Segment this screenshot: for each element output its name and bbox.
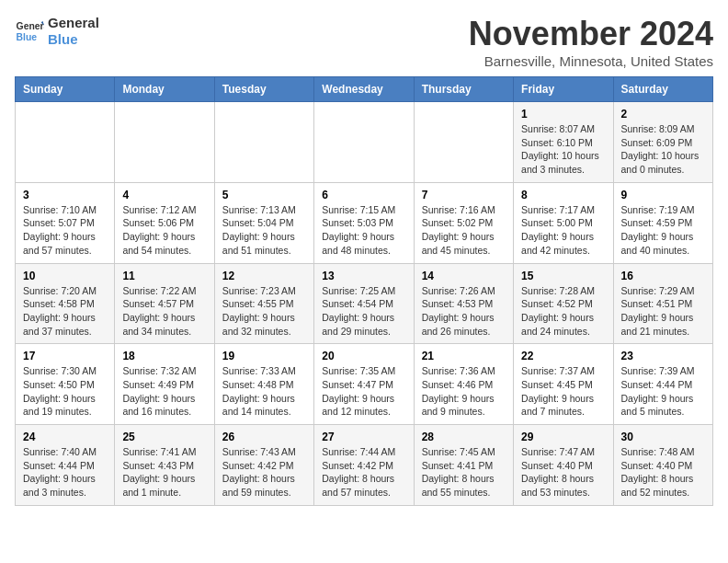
- calendar-cell: [314, 102, 414, 183]
- calendar-week-row: 3Sunrise: 7:10 AMSunset: 5:07 PMDaylight…: [16, 182, 713, 263]
- calendar-cell: 1Sunrise: 8:07 AMSunset: 6:10 PMDaylight…: [514, 102, 613, 183]
- calendar-cell: 23Sunrise: 7:39 AMSunset: 4:44 PMDayligh…: [613, 344, 712, 425]
- calendar-cell: [115, 102, 214, 183]
- day-number: 23: [621, 350, 705, 362]
- day-info: Sunrise: 7:26 AMSunset: 4:53 PMDaylight:…: [422, 284, 506, 339]
- calendar-cell: 5Sunrise: 7:13 AMSunset: 5:04 PMDaylight…: [214, 182, 313, 263]
- day-info: Sunrise: 7:15 AMSunset: 5:03 PMDaylight:…: [322, 203, 405, 258]
- calendar-cell: [214, 102, 313, 183]
- day-info: Sunrise: 8:09 AMSunset: 6:09 PMDaylight:…: [621, 122, 705, 177]
- day-info: Sunrise: 7:45 AMSunset: 4:41 PMDaylight:…: [422, 445, 506, 500]
- calendar-week-row: 10Sunrise: 7:20 AMSunset: 4:58 PMDayligh…: [16, 263, 713, 344]
- day-info: Sunrise: 7:25 AMSunset: 4:54 PMDaylight:…: [322, 284, 405, 339]
- day-number: 13: [322, 270, 405, 282]
- calendar-cell: 13Sunrise: 7:25 AMSunset: 4:54 PMDayligh…: [314, 263, 414, 344]
- day-number: 19: [222, 350, 306, 362]
- calendar-cell: 10Sunrise: 7:20 AMSunset: 4:58 PMDayligh…: [16, 263, 115, 344]
- day-number: 21: [422, 350, 506, 362]
- day-number: 10: [23, 270, 107, 282]
- logo-icon: General Blue: [15, 17, 44, 46]
- day-number: 1: [521, 108, 605, 121]
- calendar-cell: 16Sunrise: 7:29 AMSunset: 4:51 PMDayligh…: [613, 263, 712, 344]
- day-number: 25: [122, 431, 206, 443]
- weekday-header: Friday: [514, 77, 613, 102]
- calendar-cell: 28Sunrise: 7:45 AMSunset: 4:41 PMDayligh…: [414, 425, 513, 506]
- day-info: Sunrise: 7:48 AMSunset: 4:40 PMDaylight:…: [621, 445, 705, 500]
- day-info: Sunrise: 7:28 AMSunset: 4:52 PMDaylight:…: [521, 284, 605, 339]
- day-info: Sunrise: 7:41 AMSunset: 4:43 PMDaylight:…: [122, 445, 206, 500]
- page-header: General Blue General Blue November 2024 …: [15, 15, 713, 69]
- day-info: Sunrise: 7:19 AMSunset: 4:59 PMDaylight:…: [621, 203, 705, 258]
- logo: General Blue General Blue: [15, 15, 99, 48]
- day-number: 4: [122, 189, 206, 201]
- calendar-cell: 24Sunrise: 7:40 AMSunset: 4:44 PMDayligh…: [16, 425, 115, 506]
- day-number: 26: [222, 431, 306, 443]
- calendar-cell: 25Sunrise: 7:41 AMSunset: 4:43 PMDayligh…: [115, 425, 214, 506]
- calendar-cell: [16, 102, 115, 183]
- page-title: November 2024: [469, 15, 713, 53]
- day-number: 16: [621, 270, 705, 282]
- logo-text: General Blue: [48, 15, 99, 48]
- day-number: 20: [322, 350, 405, 362]
- calendar-cell: 27Sunrise: 7:44 AMSunset: 4:42 PMDayligh…: [314, 425, 414, 506]
- calendar-cell: 8Sunrise: 7:17 AMSunset: 5:00 PMDaylight…: [514, 182, 613, 263]
- day-info: Sunrise: 7:39 AMSunset: 4:44 PMDaylight:…: [621, 364, 705, 419]
- calendar-cell: 26Sunrise: 7:43 AMSunset: 4:42 PMDayligh…: [214, 425, 313, 506]
- calendar-cell: 18Sunrise: 7:32 AMSunset: 4:49 PMDayligh…: [115, 344, 214, 425]
- title-block: November 2024 Barnesville, Minnesota, Un…: [469, 15, 713, 69]
- weekday-header: Monday: [115, 77, 214, 102]
- day-info: Sunrise: 7:47 AMSunset: 4:40 PMDaylight:…: [521, 445, 605, 500]
- weekday-header: Thursday: [414, 77, 513, 102]
- weekday-header: Wednesday: [314, 77, 414, 102]
- day-info: Sunrise: 7:20 AMSunset: 4:58 PMDaylight:…: [23, 284, 107, 339]
- day-number: 18: [122, 350, 206, 362]
- day-info: Sunrise: 7:32 AMSunset: 4:49 PMDaylight:…: [122, 364, 206, 419]
- day-info: Sunrise: 7:35 AMSunset: 4:47 PMDaylight:…: [322, 364, 405, 419]
- calendar-cell: 3Sunrise: 7:10 AMSunset: 5:07 PMDaylight…: [16, 182, 115, 263]
- calendar-cell: [414, 102, 513, 183]
- calendar-cell: 6Sunrise: 7:15 AMSunset: 5:03 PMDaylight…: [314, 182, 414, 263]
- calendar-week-row: 17Sunrise: 7:30 AMSunset: 4:50 PMDayligh…: [16, 344, 713, 425]
- calendar-cell: 21Sunrise: 7:36 AMSunset: 4:46 PMDayligh…: [414, 344, 513, 425]
- day-number: 27: [322, 431, 405, 443]
- calendar-week-row: 1Sunrise: 8:07 AMSunset: 6:10 PMDaylight…: [16, 102, 713, 183]
- day-info: Sunrise: 7:16 AMSunset: 5:02 PMDaylight:…: [422, 203, 506, 258]
- day-number: 9: [621, 189, 705, 201]
- page-subtitle: Barnesville, Minnesota, United States: [469, 53, 713, 69]
- day-number: 14: [422, 270, 506, 282]
- weekday-header: Saturday: [613, 77, 712, 102]
- day-info: Sunrise: 7:36 AMSunset: 4:46 PMDaylight:…: [422, 364, 506, 419]
- day-number: 6: [322, 189, 405, 201]
- calendar-cell: 2Sunrise: 8:09 AMSunset: 6:09 PMDaylight…: [613, 102, 712, 183]
- day-info: Sunrise: 7:22 AMSunset: 4:57 PMDaylight:…: [122, 284, 206, 339]
- day-info: Sunrise: 7:17 AMSunset: 5:00 PMDaylight:…: [521, 203, 605, 258]
- weekday-header: Tuesday: [214, 77, 313, 102]
- calendar-cell: 22Sunrise: 7:37 AMSunset: 4:45 PMDayligh…: [514, 344, 613, 425]
- day-number: 24: [23, 431, 107, 443]
- day-number: 3: [23, 189, 107, 201]
- calendar-cell: 9Sunrise: 7:19 AMSunset: 4:59 PMDaylight…: [613, 182, 712, 263]
- calendar-cell: 29Sunrise: 7:47 AMSunset: 4:40 PMDayligh…: [514, 425, 613, 506]
- day-number: 2: [621, 108, 705, 121]
- calendar-week-row: 24Sunrise: 7:40 AMSunset: 4:44 PMDayligh…: [16, 425, 713, 506]
- calendar-cell: 15Sunrise: 7:28 AMSunset: 4:52 PMDayligh…: [514, 263, 613, 344]
- day-info: Sunrise: 7:43 AMSunset: 4:42 PMDaylight:…: [222, 445, 306, 500]
- day-info: Sunrise: 7:13 AMSunset: 5:04 PMDaylight:…: [222, 203, 306, 258]
- day-number: 5: [222, 189, 306, 201]
- day-info: Sunrise: 7:23 AMSunset: 4:55 PMDaylight:…: [222, 284, 306, 339]
- day-number: 8: [521, 189, 605, 201]
- calendar-cell: 14Sunrise: 7:26 AMSunset: 4:53 PMDayligh…: [414, 263, 513, 344]
- calendar-cell: 19Sunrise: 7:33 AMSunset: 4:48 PMDayligh…: [214, 344, 313, 425]
- day-number: 22: [521, 350, 605, 362]
- calendar-cell: 7Sunrise: 7:16 AMSunset: 5:02 PMDaylight…: [414, 182, 513, 263]
- calendar-cell: 4Sunrise: 7:12 AMSunset: 5:06 PMDaylight…: [115, 182, 214, 263]
- calendar-cell: 11Sunrise: 7:22 AMSunset: 4:57 PMDayligh…: [115, 263, 214, 344]
- day-number: 12: [222, 270, 306, 282]
- svg-text:Blue: Blue: [17, 32, 38, 42]
- day-info: Sunrise: 8:07 AMSunset: 6:10 PMDaylight:…: [521, 122, 605, 177]
- calendar-cell: 12Sunrise: 7:23 AMSunset: 4:55 PMDayligh…: [214, 263, 313, 344]
- weekday-header: Sunday: [16, 77, 115, 102]
- day-info: Sunrise: 7:33 AMSunset: 4:48 PMDaylight:…: [222, 364, 306, 419]
- day-info: Sunrise: 7:10 AMSunset: 5:07 PMDaylight:…: [23, 203, 107, 258]
- day-number: 28: [422, 431, 506, 443]
